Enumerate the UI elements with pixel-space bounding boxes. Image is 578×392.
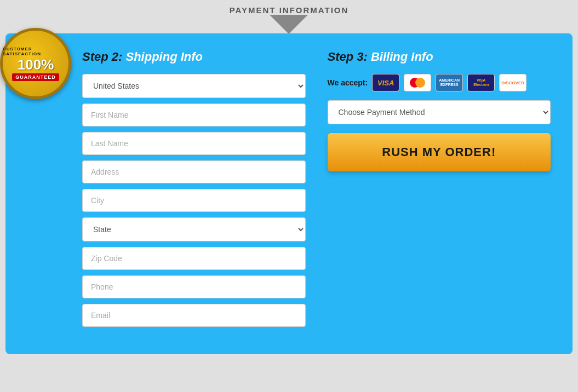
discover-card-icon: DISCOVER (499, 74, 527, 91)
billing-heading: Step 3: Billing Info (328, 50, 551, 64)
page-wrapper: PAYMENT INFORMATION CUSTOMER SATISFACTIO… (5, 5, 573, 354)
state-select[interactable]: State Alabama Alaska Arizona California … (82, 217, 306, 241)
badge-bottom-text: GUARANTEED (12, 73, 59, 81)
we-accept-row: We accept: VISA AMERICANEXPRESS VISAElec… (328, 74, 551, 91)
first-name-input[interactable] (82, 103, 306, 126)
phone-input[interactable] (82, 275, 306, 298)
visa-electron-card-icon: VISAElectron (467, 74, 495, 91)
payment-info-title: PAYMENT INFORMATION (230, 5, 349, 15)
shipping-step-num: Step 2: (82, 50, 122, 64)
email-input[interactable] (82, 304, 306, 327)
billing-step-num: Step 3: (328, 50, 368, 64)
mastercard-card-icon (404, 74, 431, 91)
shipping-heading: Step 2: Shipping Info (82, 50, 306, 64)
amex-card-icon: AMERICANEXPRESS (436, 74, 463, 91)
city-input[interactable] (82, 189, 306, 212)
payment-method-select[interactable]: Choose Payment Method Credit Card PayPal… (328, 100, 551, 124)
we-accept-label: We accept: (328, 78, 368, 87)
satisfaction-badge: CUSTOMER SATISFACTION 100% GUARANTEED (0, 28, 71, 99)
last-name-input[interactable] (82, 132, 306, 155)
rush-order-button[interactable]: RUSH MY ORDER! (328, 133, 551, 171)
billing-step-label: Billing Info (371, 50, 433, 64)
chevron-down-icon (270, 15, 308, 34)
country-select[interactable]: United States Canada United Kingdom Aust… (82, 74, 306, 98)
visa-card-icon: VISA (372, 74, 399, 91)
badge-percent: 100% (18, 57, 54, 72)
shipping-step-label: Shipping Info (125, 50, 203, 64)
billing-info-section: Step 3: Billing Info We accept: VISA AME… (328, 50, 551, 332)
badge-top-text: CUSTOMER SATISFACTION (3, 47, 68, 56)
main-content-box: CUSTOMER SATISFACTION 100% GUARANTEED St… (5, 33, 573, 354)
address-input[interactable] (82, 160, 306, 183)
zip-input[interactable] (82, 247, 306, 270)
